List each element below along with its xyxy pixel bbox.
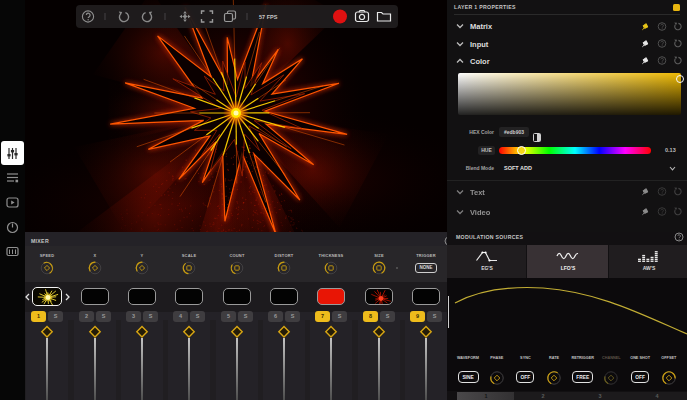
svg-text:57 FPS: 57 FPS: [259, 14, 278, 20]
